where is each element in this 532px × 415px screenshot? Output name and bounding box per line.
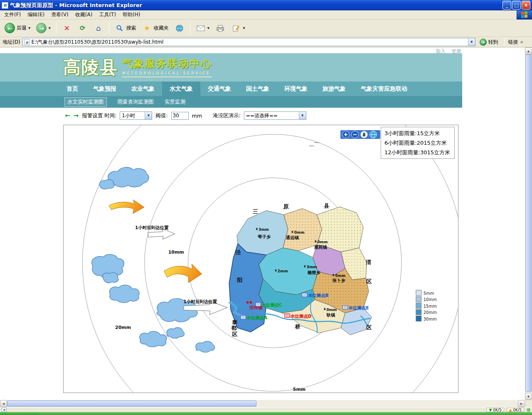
nav-交通气象[interactable]: 交通气象 (200, 82, 239, 96)
nav-气象预报[interactable]: 气象预报 (86, 82, 124, 96)
next-arrow-icon[interactable]: → (74, 112, 79, 119)
logo-name: 气象服务联动中心 (122, 57, 212, 70)
town-label: 张卜乡 (332, 278, 345, 283)
go-label: 转到 (488, 39, 498, 46)
links-label[interactable]: 链接 (508, 39, 518, 46)
nav-水文气象[interactable]: 水文气象 (162, 82, 200, 96)
mail-dropdown-icon[interactable]: ▼ (207, 27, 209, 30)
flood-select-dropdown-icon[interactable]: ▼ (299, 112, 306, 119)
links-chevron-icon[interactable]: » (520, 39, 523, 45)
menu-item-0[interactable]: 文件(F) (1, 10, 24, 20)
favorites-button[interactable]: ★ 收藏夹 (140, 22, 171, 35)
vertical-scroll-thumb[interactable] (525, 54, 532, 392)
range-ring-label: 20mm (115, 325, 131, 330)
horizontal-scrollbar[interactable]: ◀ ▶ (0, 400, 525, 407)
start-button-fragment[interactable] (0, 412, 39, 415)
svg-text:水位测点D: 水位测点D (290, 314, 312, 319)
pan-hand-icon[interactable] (361, 131, 368, 138)
nav-环境气象[interactable]: 环境气象 (277, 82, 315, 96)
legend-label-10mm: 10mm (424, 297, 437, 302)
subnav-实景监测[interactable]: 实景监测 (165, 99, 185, 106)
scroll-right-icon[interactable]: ▶ (518, 400, 525, 407)
map-toolbar (340, 130, 380, 141)
alarm-controls: ← → 报警设置 时间: 1小时 ▼ 阀值: mm 淹没区演示: ==请选择==… (65, 110, 306, 121)
scroll-up-icon[interactable]: ▲ (525, 47, 532, 54)
download-speed-value: 0K/5 (493, 408, 501, 412)
ie-page-icon: e (2, 2, 8, 9)
nav-农业气象[interactable]: 农业气象 (124, 82, 162, 96)
back-button[interactable]: ← 后退 ▼ (2, 22, 32, 35)
stop-icon: ✕ (62, 23, 72, 33)
nav-气象灾害应急联动[interactable]: 气象灾害应急联动 (353, 82, 415, 96)
flood-select[interactable]: ==请选择== ▼ (244, 111, 306, 120)
zoom-out-icon[interactable] (352, 131, 359, 138)
home-button[interactable]: ⌂ (91, 22, 106, 35)
search-button[interactable]: 搜索 (113, 22, 138, 35)
threshold-input[interactable] (171, 112, 189, 120)
zoom-in-icon[interactable] (342, 131, 350, 138)
station-marker-水位测点D[interactable]: 水位测点D (285, 314, 312, 319)
back-label: 后退 (17, 25, 27, 32)
go-button[interactable]: ➜ 转到 (478, 37, 500, 47)
nav-旅游气象[interactable]: 旅游气象 (315, 82, 353, 96)
legend-label-20mm: 20mm (424, 310, 437, 315)
nav-首页[interactable]: 首页 (59, 82, 86, 96)
nav-国土气象[interactable]: 国土气象 (239, 82, 277, 96)
forward-button[interactable]: → ▼ (34, 22, 52, 35)
maximize-button[interactable]: □ (512, 1, 521, 10)
media-button[interactable] (172, 22, 187, 35)
address-dropdown-icon[interactable]: ▼ (468, 38, 475, 46)
vertical-scrollbar[interactable]: ▲ ▼ (525, 47, 532, 400)
toolbar-separator (56, 22, 57, 35)
logo-county: 高陵县 (63, 56, 118, 79)
upload-arrow-icon: ▲ (509, 408, 512, 412)
district-label: 都 (231, 325, 237, 331)
address-input[interactable]: e E:\气象台\原型20110530\原型20110530\swyb-list… (22, 38, 475, 46)
print-button[interactable] (213, 22, 227, 35)
time-select[interactable]: 1小时 ▼ (120, 111, 152, 120)
edit-dropdown-icon[interactable]: ▼ (243, 27, 245, 30)
taskbar-edge (0, 412, 532, 415)
forward-icon: → (36, 23, 47, 33)
legend-swatch-10mm (416, 296, 421, 302)
threshold-label: 阀值: (155, 112, 167, 119)
district-label: 原 (283, 203, 289, 210)
forward-dropdown-icon[interactable]: ▼ (48, 27, 50, 30)
title-bar: e 气象预报页面原型 - Microsoft Internet Explorer… (0, 0, 532, 10)
menu-item-3[interactable]: 收藏(A) (72, 10, 96, 20)
refresh-icon: ⟳ (78, 23, 88, 33)
subnav-雨量查询监测图[interactable]: 雨量查询监测图 (118, 99, 154, 106)
menu-item-4[interactable]: 工具(T) (96, 10, 119, 20)
legend-label-15mm: 15mm (424, 304, 437, 309)
town-label: 鹿苑镇 (314, 245, 328, 249)
flood-select-value: ==请选择== (244, 112, 299, 119)
status-bar: e ▼ 0K/5 ▲ 0K/5 (0, 407, 532, 412)
time-select-dropdown-icon[interactable]: ▼ (145, 112, 152, 119)
rain-value-label: 3mm (307, 265, 317, 269)
prev-arrow-icon[interactable]: ← (65, 112, 70, 119)
upload-speed: ▲ 0K/5 (507, 408, 524, 412)
arrival-position-label: 1小时后到达位置 (135, 225, 169, 230)
refresh-button[interactable]: ⟳ (76, 22, 90, 35)
subnav-水文实时监测图[interactable]: 水文实时监测图 (64, 97, 107, 107)
rain-clouds (92, 167, 215, 352)
close-button[interactable]: × (522, 1, 530, 10)
globe-icon[interactable] (370, 131, 377, 138)
threshold-unit: mm (192, 113, 202, 119)
rain-value-label: 2mm (278, 269, 288, 273)
edit-button[interactable]: ▼ (229, 22, 247, 35)
menu-item-2[interactable]: 查看(V) (48, 10, 72, 20)
upload-speed-value: 0K/5 (513, 408, 522, 412)
scroll-down-icon[interactable]: ▼ (525, 393, 532, 400)
web-page: 加入 登录 高陵县 气象服务联动中心 METEOROLOGICAL SERVIC… (0, 47, 525, 400)
scroll-left-icon[interactable]: ◀ (0, 400, 7, 407)
toolbar-separator (109, 22, 109, 35)
back-dropdown-icon[interactable]: ▼ (28, 27, 30, 30)
stop-button[interactable]: ✕ (60, 22, 74, 35)
menu-item-1[interactable]: 编辑(E) (24, 10, 48, 20)
menu-item-5[interactable]: 帮助(H) (119, 10, 143, 20)
horizontal-scroll-thumb[interactable] (7, 400, 256, 407)
rain-summary-line-2: 12小时面雨量:3015立方米 (384, 148, 454, 157)
mail-button[interactable]: ▼ (194, 22, 212, 35)
minimize-button[interactable]: _ (502, 1, 511, 10)
